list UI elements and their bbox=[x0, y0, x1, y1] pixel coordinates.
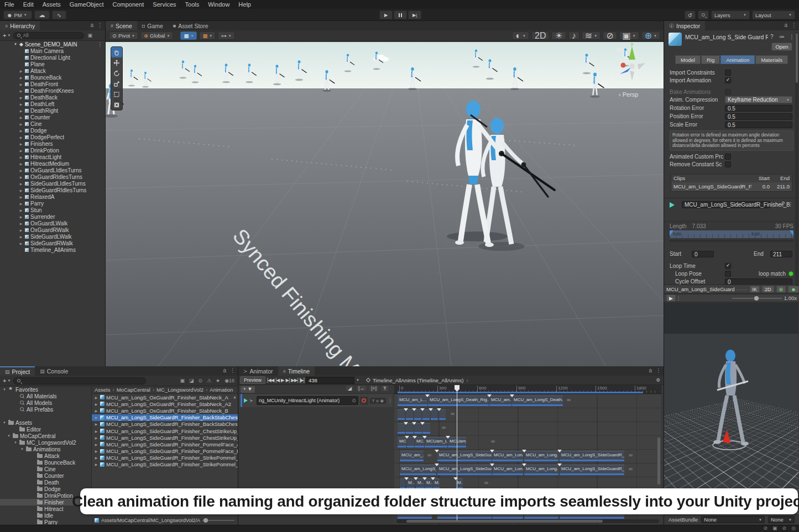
version-control-button[interactable]: ∿ bbox=[52, 10, 66, 19]
folder-tree-item[interactable]: Editor bbox=[0, 426, 91, 433]
clip-edge-snap-icon[interactable]: |→ bbox=[357, 386, 366, 391]
import-tab[interactable]: Animation bbox=[720, 55, 755, 64]
presets-icon[interactable]: ≔ bbox=[779, 34, 785, 40]
pivot-gizmo-toggle[interactable]: ⊕ bbox=[776, 286, 786, 293]
breadcrumb-item[interactable]: Animation bbox=[210, 387, 233, 393]
import-constraints-checkbox[interactable] bbox=[725, 70, 731, 76]
folder-tree-item[interactable]: ▼ MC_LongswordVol2 bbox=[0, 439, 91, 446]
mute-paint-icon[interactable]: ⊘ bbox=[764, 525, 768, 531]
clip-ruler-scrollbar[interactable] bbox=[670, 240, 793, 242]
asset-file-row[interactable]: ▶ MCU_am_LongS_SideGuardR_Finisher_Strik… bbox=[92, 455, 238, 461]
layout-dropdown[interactable]: Layout▼ bbox=[752, 10, 795, 19]
ripple-edit-icon[interactable]: |+| bbox=[369, 386, 378, 391]
hierarchy-item[interactable]: ▶ SideGuardLIdlesTurns bbox=[0, 180, 105, 187]
timeline-clip[interactable]: ∞ bbox=[629, 466, 633, 476]
kebab-menu-icon[interactable]: ⋮ bbox=[788, 201, 793, 207]
timeline-clip[interactable]: MCU_am_Long.. bbox=[524, 465, 558, 475]
hierarchy-item[interactable]: ▶ DeathFront bbox=[0, 81, 105, 87]
timeline-clip[interactable]: MCU_am_LongS_SideGuardR_. bbox=[560, 465, 624, 475]
pause-button[interactable] bbox=[394, 10, 407, 19]
foldout-icon[interactable]: ▼ bbox=[2, 388, 7, 391]
create-asset-button[interactable]: +▼ bbox=[0, 377, 13, 384]
effects-dropdown[interactable]: ≋▼ bbox=[582, 31, 600, 40]
pin-icon[interactable]: Ŧ bbox=[382, 386, 388, 391]
open-button[interactable]: Open bbox=[771, 43, 792, 51]
timeline-clip[interactable]: MCU_am_... bbox=[400, 451, 424, 461]
foldout-icon[interactable]: ▶ bbox=[94, 449, 98, 453]
foldout-icon[interactable]: ▶ bbox=[19, 135, 23, 139]
audio-toggle[interactable]: ♪ bbox=[568, 31, 579, 40]
remove-constant-checkbox[interactable] bbox=[725, 161, 731, 167]
asset-file-row[interactable]: ▶ MCU_am_LongS_OxGuardR_Finisher_StabNec… bbox=[92, 394, 238, 401]
position-error-field[interactable]: 0.5 bbox=[725, 113, 792, 120]
ik-toggle[interactable]: IK bbox=[750, 286, 760, 293]
previous-frame-button[interactable]: |◀ bbox=[275, 377, 279, 383]
handle-space-toggle[interactable]: ⊕ Global ▼ bbox=[140, 31, 173, 40]
breadcrumb-item[interactable]: Assets bbox=[95, 387, 117, 393]
account-button[interactable]: ☻ PM ▼ bbox=[3, 10, 32, 19]
folder-tree-item[interactable]: ▼ Favorites bbox=[0, 386, 91, 393]
hierarchy-item[interactable]: Main Camera bbox=[0, 48, 105, 54]
hand-tool[interactable] bbox=[111, 47, 122, 57]
frame-field[interactable]: 438 bbox=[306, 377, 354, 384]
menu-item[interactable]: Edit bbox=[19, 1, 38, 8]
timeline-clip[interactable] bbox=[524, 515, 558, 519]
hierarchy-item[interactable]: Plane bbox=[0, 61, 105, 67]
kebab-menu-icon[interactable]: ⋮ bbox=[97, 41, 103, 48]
lock-icon[interactable]: a bbox=[784, 22, 787, 28]
hierarchy-root-row[interactable]: ▼ ◆ Scene_DEMO_MAIN ⋮ bbox=[0, 41, 105, 48]
record-button[interactable] bbox=[360, 397, 368, 405]
layers-dropdown[interactable]: Layers▼ bbox=[711, 10, 750, 19]
go-to-start-button[interactable]: |◀◀ bbox=[267, 377, 274, 383]
scene-view-tab[interactable]: # Scene bbox=[106, 21, 137, 30]
import-tab[interactable]: Materials bbox=[755, 55, 788, 64]
hierarchy-item[interactable]: ▶ DeathBack bbox=[0, 94, 105, 101]
gizmos-dropdown[interactable]: ⊕▼ bbox=[641, 31, 660, 40]
folder-tree-item[interactable]: Attack bbox=[0, 452, 91, 459]
search-button[interactable] bbox=[698, 10, 709, 19]
pivot-toggle[interactable]: ⊙ Pivot ▼ bbox=[109, 31, 138, 40]
thumbnail-zoom-slider[interactable] bbox=[202, 520, 234, 521]
folder-tree-item[interactable]: Idle bbox=[0, 512, 91, 519]
asset-file-row[interactable]: ▶ MCU_am_LongS_SideGuardR_Finisher_Pomme… bbox=[92, 448, 238, 455]
breadcrumb-item[interactable]: MoCapCentral bbox=[117, 387, 156, 393]
timeline-clip[interactable]: MCU_am_LongS_Death_Rig... bbox=[428, 396, 489, 406]
step-button[interactable]: ▶| bbox=[408, 10, 421, 19]
foldout-icon[interactable]: ▶ bbox=[19, 102, 23, 106]
folder-tree-item[interactable]: Parry bbox=[0, 519, 91, 525]
foldout-icon[interactable]: ▶ bbox=[19, 149, 23, 152]
hierarchy-item[interactable]: ▶ RelaxedA bbox=[0, 193, 105, 200]
foldout-icon[interactable]: ▼ bbox=[2, 421, 7, 424]
foldout-icon[interactable]: ▶ bbox=[19, 195, 23, 199]
check-status-icon[interactable]: ◎ bbox=[791, 525, 796, 531]
hierarchy-item[interactable]: ▶ SideGuardRIdlesTurns bbox=[0, 187, 105, 193]
rotate-tool[interactable] bbox=[111, 68, 122, 78]
end-field[interactable]: 211 bbox=[770, 251, 792, 257]
foldout-icon[interactable]: ▶ bbox=[19, 129, 23, 133]
tab-hierarchy[interactable]: ≡ Hierarchy bbox=[0, 21, 40, 30]
scale-tool[interactable] bbox=[111, 78, 122, 89]
asset-file-row[interactable]: ▶ MCU_am_LongS_SideGuardR_Finisher_Pomme… bbox=[92, 441, 238, 447]
animated-custom-checkbox[interactable] bbox=[725, 154, 731, 160]
foldout-icon[interactable]: ▶ bbox=[19, 155, 23, 159]
clip-name-field[interactable]: MCU_am_LongS_SideGuardR_Finisher_B bbox=[682, 201, 770, 208]
kebab-menu-icon[interactable]: ⋮ bbox=[388, 398, 393, 403]
hidden-objects-toggle[interactable]: ⊘ bbox=[603, 31, 617, 40]
track-header[interactable]: ≻ rig_MCUnity_HitreactLight (Animator)⊙ … bbox=[239, 394, 393, 407]
kebab-menu-icon[interactable]: ⋮ bbox=[656, 367, 661, 373]
clip-end-flag[interactable] bbox=[790, 230, 793, 236]
timeline-clip[interactable]: MCU_am_Lon. bbox=[492, 451, 523, 461]
foldout-icon[interactable]: ▶ bbox=[19, 235, 23, 239]
folder-tree-item[interactable]: BounceBack bbox=[0, 459, 91, 466]
timeline-clip[interactable]: ∞ bbox=[629, 452, 633, 462]
rotation-error-field[interactable]: 0.5 bbox=[725, 105, 792, 112]
kebab-menu-icon[interactable]: ⋮ bbox=[230, 367, 236, 373]
clip-row[interactable]: MCU_am_LongS_SideGuardR_Fir 0.0 211.0 bbox=[671, 182, 792, 191]
menu-item[interactable]: Component bbox=[108, 1, 148, 8]
2d-toggle[interactable]: 2D bbox=[531, 31, 549, 40]
scene-visibility-icon[interactable]: ▣ bbox=[87, 33, 92, 38]
folder-tree-item[interactable]: ▼ Assets bbox=[0, 419, 91, 426]
menu-item[interactable]: Services bbox=[148, 1, 180, 8]
inspector-scrollbar[interactable] bbox=[795, 32, 798, 286]
assetbundle-variant-dropdown[interactable]: None▼ bbox=[768, 516, 795, 523]
